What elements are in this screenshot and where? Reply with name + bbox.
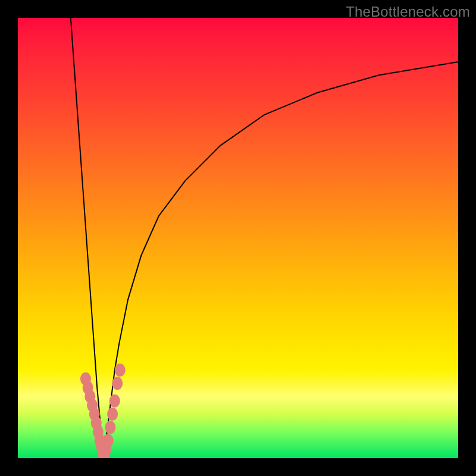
chart-frame: TheBottleneck.com bbox=[0, 0, 476, 476]
data-bead bbox=[115, 364, 126, 377]
watermark-text: TheBottleneck.com bbox=[346, 4, 470, 20]
data-beads bbox=[80, 364, 126, 458]
data-bead bbox=[109, 394, 120, 408]
data-bead bbox=[105, 421, 115, 434]
data-bead bbox=[112, 377, 123, 390]
chart-plot-area bbox=[18, 18, 458, 458]
data-bead bbox=[103, 434, 114, 447]
data-bead bbox=[107, 408, 118, 421]
curve-right-branch bbox=[104, 62, 458, 458]
chart-svg-layer bbox=[18, 18, 458, 458]
